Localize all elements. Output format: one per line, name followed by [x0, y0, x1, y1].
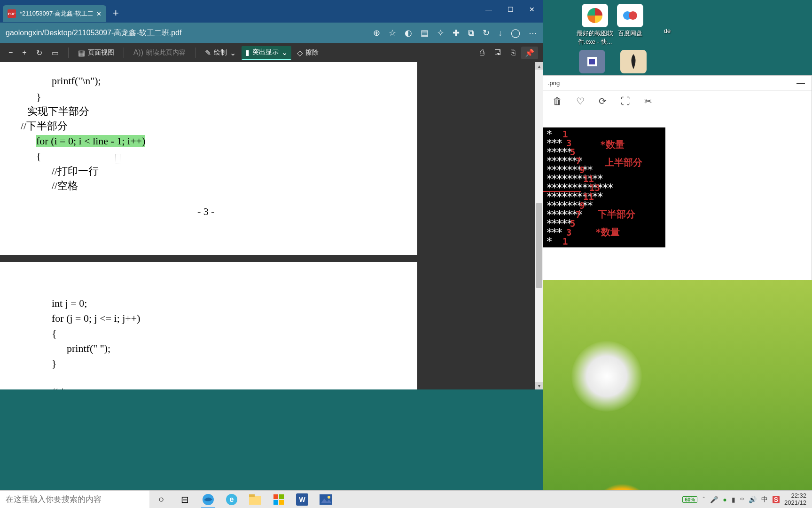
erase-button[interactable]: ◇擦除: [293, 47, 322, 59]
svg-rect-8: [249, 494, 255, 497]
clock[interactable]: 22:32 2021/12: [784, 492, 810, 506]
print-button[interactable]: ⎙: [476, 47, 488, 59]
minimize-button[interactable]: —: [478, 0, 500, 19]
minimize-button[interactable]: —: [796, 78, 805, 88]
pdf-viewport[interactable]: printf("\n"); } 实现下半部分 //下半部分 for (i = 0…: [0, 62, 543, 389]
dandelion-image: [543, 280, 812, 508]
svg-rect-7: [249, 496, 261, 505]
code-line: }: [36, 88, 41, 105]
time-text: 22:32: [784, 492, 806, 499]
wifi-icon[interactable]: ⌔: [740, 496, 744, 503]
desktop-icon-label: de: [658, 27, 677, 34]
tab-strip: PDF *211053097-高龙鑫-软工二班.p ✕ + — ☐ ✕: [0, 0, 543, 23]
favorite-icon[interactable]: ♡: [576, 95, 585, 107]
desktop-icon-generic2[interactable]: [620, 50, 647, 73]
code-line: printf("\n");: [52, 72, 101, 89]
word-taskbar-icon[interactable]: W: [290, 491, 314, 508]
draw-button[interactable]: ✎绘制 ⌄: [201, 47, 240, 59]
edit-icon[interactable]: ✂: [644, 95, 652, 107]
code-line: //打印一行: [52, 163, 99, 179]
rotate-button[interactable]: ↻: [32, 47, 46, 59]
code-line: {: [52, 325, 57, 341]
photos-taskbar-icon[interactable]: [314, 491, 337, 508]
vertical-scrollbar[interactable]: ▴ ▾: [535, 62, 543, 389]
code-line: }: [52, 355, 57, 372]
rotate-icon[interactable]: ⟳: [599, 95, 607, 107]
browser2-taskbar-icon[interactable]: e: [220, 491, 243, 508]
code-line: printf(" ");: [67, 340, 110, 357]
battery-icon[interactable]: ▮: [732, 496, 735, 503]
tray-chevron-icon[interactable]: ˄: [702, 496, 705, 503]
volume-icon[interactable]: 🔊: [749, 496, 757, 503]
page-number: - 3 -: [197, 203, 215, 220]
code-line: //空格: [52, 177, 78, 194]
reading-icon[interactable]: ▤: [421, 28, 429, 38]
explorer-taskbar-icon[interactable]: [243, 491, 267, 508]
zoom-out-button[interactable]: −: [5, 47, 16, 59]
erase-label: 擦除: [305, 48, 319, 57]
tab-title: *211053097-高龙鑫-软工二班.p: [20, 9, 93, 18]
desktop-icon-de[interactable]: de: [658, 4, 677, 34]
code-line: int j = 0;: [52, 295, 87, 311]
code-line: for (i = 0; i < line - 1; i++): [36, 133, 145, 149]
edge-taskbar-icon[interactable]: [196, 491, 220, 508]
page-view-label: 页面视图: [88, 48, 114, 57]
app-icon: [582, 4, 608, 27]
task-view-button[interactable]: ⊟: [173, 491, 196, 508]
collections-icon[interactable]: ⧉: [468, 28, 474, 38]
svg-point-1: [629, 11, 637, 20]
close-tab-button[interactable]: ✕: [96, 10, 102, 17]
read-aloud-button[interactable]: A))朗读此页内容: [130, 47, 189, 59]
profile-badge-icon[interactable]: ◐: [405, 28, 412, 38]
code-line: {: [36, 148, 41, 164]
code-line: // *: [52, 383, 65, 389]
desktop-icon-baidu[interactable]: 百度网盘: [617, 4, 643, 38]
svg-text:e: e: [230, 495, 234, 503]
delete-icon[interactable]: 🗑: [553, 96, 562, 107]
chevron-down-icon[interactable]: ⌄: [230, 48, 236, 57]
save-button[interactable]: 🖫: [490, 47, 505, 59]
photos-toolbar: 🗑 ♡ ⟳ ⛶ ✂: [543, 91, 812, 111]
favorite-icon[interactable]: ☆: [389, 28, 396, 38]
downloads-icon[interactable]: ↓: [498, 28, 502, 38]
favorites-bar-icon[interactable]: ✚: [453, 28, 460, 38]
ime-icon[interactable]: 中: [761, 495, 768, 504]
browser-tab[interactable]: PDF *211053097-高龙鑫-软工二班.p ✕: [3, 5, 106, 22]
pin-toolbar-button[interactable]: 📌: [521, 47, 538, 59]
close-window-button[interactable]: ✕: [521, 0, 543, 19]
onedrive-icon[interactable]: ●: [723, 496, 726, 503]
new-tab-button[interactable]: +: [113, 7, 119, 19]
search-box[interactable]: 在这里输入你要搜索的内容: [0, 491, 149, 508]
avatar-icon[interactable]: ◯: [511, 28, 520, 38]
zoom-icon[interactable]: ⊕: [373, 28, 380, 38]
history-icon[interactable]: ↻: [483, 28, 490, 38]
address-text[interactable]: gaolongxin/Desktop/211053097-高龙鑫-软工二班.pd…: [6, 28, 369, 38]
desktop-icon-screenshot-tool[interactable]: 最好的截图软件.exe - 快...: [576, 4, 614, 46]
draw-label: 绘制: [214, 48, 227, 57]
scroll-thumb[interactable]: [536, 203, 542, 288]
scroll-down-button[interactable]: ▾: [535, 382, 543, 389]
scroll-up-button[interactable]: ▴: [535, 62, 543, 70]
crop-icon[interactable]: ⛶: [621, 96, 630, 107]
cortana-button[interactable]: ○: [149, 491, 173, 508]
desktop-icon-generic1[interactable]: [579, 50, 605, 73]
zoom-in-button[interactable]: +: [18, 47, 30, 59]
app-icon: [620, 50, 647, 73]
maximize-button[interactable]: ☐: [500, 0, 521, 19]
extensions-icon[interactable]: ✧: [437, 28, 444, 38]
store-taskbar-icon[interactable]: [267, 491, 290, 508]
svg-point-17: [328, 496, 330, 499]
diagram-image: *1 ***3*数量 *****5 *******7上半部分 *********…: [543, 127, 665, 247]
sogou-icon[interactable]: S: [773, 496, 780, 503]
fit-button[interactable]: ▭: [48, 47, 62, 59]
page-view-button[interactable]: ▦页面视图: [74, 47, 118, 59]
save-as-button[interactable]: ⎘: [507, 47, 519, 59]
svg-rect-11: [273, 500, 278, 505]
chevron-down-icon[interactable]: ⌄: [281, 48, 288, 57]
battery-indicator[interactable]: 60%: [682, 496, 697, 503]
toolbar-icons: ⊕ ☆ ◐ ▤ ✧ ✚ ⧉ ↻ ↓ ◯ ⋯: [373, 28, 537, 38]
menu-icon[interactable]: ⋯: [529, 28, 537, 38]
highlight-button[interactable]: ▮突出显示 ⌄: [242, 46, 291, 60]
mic-icon[interactable]: 🎤: [710, 496, 718, 503]
svg-rect-3: [589, 59, 595, 64]
